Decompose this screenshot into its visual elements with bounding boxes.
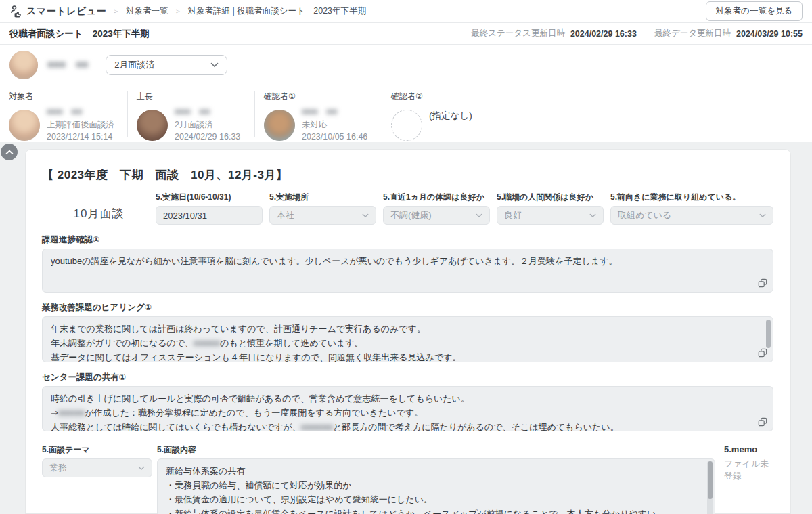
theme-value: 業務 [49, 462, 67, 474]
breadcrumb-item-detail: 対象者詳細 | 役職者面談シート 2023年下半期 [187, 5, 366, 17]
field-label: 5.職場の人間関係は良好か [497, 192, 610, 203]
location-select[interactable]: 本社 [269, 206, 376, 225]
sheet-period: 2023年下半期 [93, 28, 150, 40]
status-updated-label: 最終ステータス更新日時 [471, 28, 565, 39]
interview-status-value: 2月面談済 [114, 59, 154, 71]
profile-bar: ■■■ ■■ 2月面談済 [0, 45, 812, 85]
role-card-superior: 上長 ■■■ ■■ 2月面談済 2024/02/29 16:33 [127, 91, 254, 137]
section-title: 【 2023年度 下期 面談 10月、12月-3月】 [42, 167, 773, 183]
role-card-confirmer-2: 確認者② (指定なし) [382, 91, 509, 137]
status-updated-value: 2024/02/29 16:33 [570, 29, 637, 39]
chevron-down-icon [138, 466, 145, 471]
theme-select[interactable]: 業務 [42, 458, 152, 477]
note-label-progress: 課題進捗確認① [42, 234, 773, 246]
textarea-content: 新給与体系案の共有・乗務員職の給与、補償額にて対応が効果的か・最低賃金の適用につ… [166, 464, 698, 514]
role-label: 対象者 [9, 91, 122, 102]
motivation-select[interactable]: 取組めている [610, 206, 773, 225]
improvement-textarea[interactable]: 年末までの業務に関しては計画は終わっていますので、計画通りチームで実行あるのみで… [42, 316, 773, 362]
scrollbar-track[interactable] [707, 461, 713, 514]
status-updated: 最終ステータス更新日時 2024/02/29 16:33 [471, 28, 637, 39]
memo-column: 5.memo ファイル未登録 [724, 444, 773, 514]
theme-column: 5.面談テーマ 業務 [42, 444, 157, 514]
memo-file-status: ファイル未登録 [724, 458, 773, 482]
role-status: 未対応 [302, 119, 367, 131]
top-bar: スマートレビュー ＞ 対象者一覧 ＞ 対象者詳細 | 役職者面談シート 2023… [0, 0, 812, 23]
field-date: 5.実施日(10/6-10/31) 2023/10/31 [156, 192, 269, 225]
content-label: 5.面談内容 [157, 444, 715, 456]
sheet-title: 役職者面談シート [9, 28, 83, 40]
avatar [264, 110, 295, 141]
theme-label: 5.面談テーマ [42, 444, 157, 456]
relationship-select[interactable]: 良好 [497, 206, 604, 225]
role-status: 2月面談済 [175, 119, 240, 131]
date-input[interactable]: 2023/10/31 [156, 206, 263, 225]
textarea-content: youtubeの講座を見ながら細かい注意事項を脳に刻んでいます。少しペースが悪い… [51, 254, 759, 268]
memo-label: 5.memo [724, 444, 773, 454]
center-share-textarea[interactable]: 時給の引き上げに関してルールと実際の可否で齟齬があるので、営業含めて意志統一をし… [42, 386, 773, 431]
scrollbar-thumb[interactable] [708, 461, 713, 499]
role-timestamp: 2024/02/29 16:33 [175, 131, 240, 143]
main-area: 【 2023年度 下期 面談 10月、12月-3月】 10月面談 5.実施日(1… [0, 142, 812, 513]
profile-avatar [9, 51, 38, 79]
chevron-down-icon [362, 213, 369, 218]
field-location: 5.実施場所 本社 [269, 192, 383, 225]
field-health: 5.直近1ヵ月の体調は良好か 不調(健康) [383, 192, 497, 225]
role-label: 上長 [137, 91, 249, 102]
note-label-improvement: 業務改善課題のヒアリング① [42, 302, 773, 314]
expand-icon[interactable] [758, 417, 767, 427]
empty-avatar-placeholder [391, 110, 422, 141]
month-label: 10月面談 [74, 206, 125, 221]
expand-icon[interactable] [758, 348, 767, 358]
health-select[interactable]: 不調(健康) [383, 206, 490, 225]
scrollbar-thumb[interactable] [766, 320, 771, 348]
content-column: 5.面談内容 新給与体系案の共有・乗務員職の給与、補償額にて対応が効果的か・最低… [157, 444, 715, 514]
chevron-right-icon: ＞ [112, 6, 120, 16]
role-timestamp: 2023/10/05 16:46 [302, 131, 367, 143]
role-name: ■■■ ■■ [175, 106, 240, 119]
field-motivation: 5.前向きに業務に取り組めている。 取組めている [610, 192, 773, 225]
roles-bar: 対象者 ■■■ ■■ 上期評価後面談済 2023/12/14 15:14 上長 … [0, 85, 812, 142]
app-name: スマートレビュー [26, 5, 106, 18]
field-label: 5.前向きに業務に取り組めている。 [610, 192, 773, 203]
scroll-top-button[interactable] [1, 144, 18, 160]
data-updated: 最終データ更新日時 2024/03/29 10:55 [654, 28, 803, 39]
chevron-down-icon [476, 213, 482, 218]
textarea-content: 年末までの業務に関しては計画は終わっていますので、計画通りチームで実行あるのみで… [51, 322, 759, 362]
app-logo[interactable]: スマートレビュー [9, 5, 106, 18]
view-target-list-button[interactable]: 対象者の一覧を見る [706, 1, 803, 21]
role-card-target: 対象者 ■■■ ■■ 上期評価後面談済 2023/12/14 15:14 [0, 91, 127, 137]
note-label-center: センター課題の共有① [42, 372, 773, 383]
role-name: ■■■ ■■ [47, 106, 114, 119]
expand-icon[interactable] [758, 278, 767, 288]
field-relationship: 5.職場の人間関係は良好か 良好 [497, 192, 610, 225]
avatar [137, 110, 168, 141]
textarea-content: 時給の引き上げに関してルールと実際の可否で齟齬があるので、営業含めて意志統一をし… [51, 391, 759, 431]
role-card-confirmer-1: 確認者① ■■■ ■■ 未対応 2023/10/05 16:46 [254, 91, 382, 137]
role-label: 確認者① [264, 91, 376, 102]
avatar [9, 110, 40, 141]
data-updated-value: 2024/03/29 10:55 [736, 29, 803, 39]
role-label: 確認者② [391, 91, 503, 102]
content-textarea[interactable]: 新給与体系案の共有・乗務員職の給与、補償額にて対応が効果的か・最低賃金の適用につ… [157, 458, 715, 514]
sheet-title-bar: 役職者面談シート 2023年下半期 最終ステータス更新日時 2024/02/29… [0, 23, 812, 45]
breadcrumb-item-list[interactable]: 対象者一覧 [126, 5, 168, 17]
location-value: 本社 [277, 209, 294, 221]
role-name: ■■■ ■■ [302, 106, 367, 119]
chevron-right-icon: ＞ [174, 6, 181, 16]
profile-name: ■■■ ■■ [47, 58, 88, 71]
interview-status-select[interactable]: 2月面談済 [106, 55, 227, 75]
date-value: 2023/10/31 [163, 211, 207, 221]
chevron-down-icon [589, 213, 596, 218]
field-label: 5.直近1ヵ月の体調は良好か [383, 192, 497, 203]
role-status: 上期評価後面談済 [47, 119, 114, 131]
relationship-value: 良好 [504, 209, 522, 221]
chevron-down-icon [210, 62, 219, 68]
field-label: 5.実施場所 [269, 192, 383, 203]
october-fields-row: 10月面談 5.実施日(10/6-10/31) 2023/10/31 5.実施場… [42, 192, 773, 225]
progress-textarea[interactable]: youtubeの講座を見ながら細かい注意事項を脳に刻んでいます。少しペースが悪い… [42, 249, 773, 293]
field-label: 5.実施日(10/6-10/31) [156, 192, 269, 203]
motivation-value: 取組めている [618, 209, 671, 221]
interview-sheet-card: 【 2023年度 下期 面談 10月、12月-3月】 10月面談 5.実施日(1… [26, 150, 790, 513]
chevron-down-icon [759, 213, 766, 218]
health-value: 不調(健康) [390, 209, 432, 221]
